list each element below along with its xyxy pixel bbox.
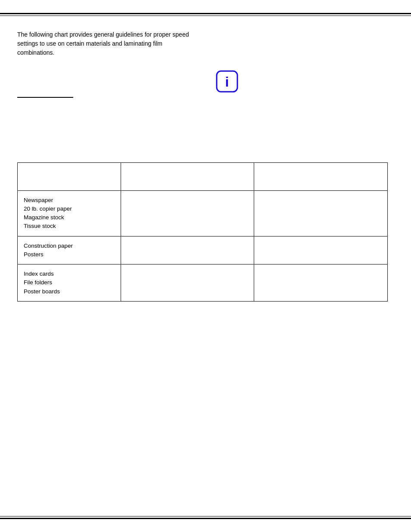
- table-row: Newspaper 20 lb. copier paper Magazine s…: [18, 190, 388, 236]
- table-cell-row1-col1: Newspaper 20 lb. copier paper Magazine s…: [18, 190, 121, 236]
- top-border-thick: [0, 13, 411, 14]
- table-header-row: [18, 162, 388, 190]
- intro-paragraph: The following chart provides general gui…: [17, 30, 198, 57]
- table-cell-row3-col3: [254, 264, 388, 302]
- table-cell-row1-col3: [254, 190, 388, 236]
- table-cell-row2-col3: [254, 236, 388, 264]
- header-col3: [254, 162, 388, 190]
- spacer: [17, 115, 394, 158]
- header-col1: [18, 162, 121, 190]
- info-icon-container: i: [60, 70, 394, 93]
- info-icon: i: [216, 70, 238, 93]
- table-cell-row2-col2: [121, 236, 254, 264]
- top-border-thin: [0, 16, 411, 16]
- underline-rule: [17, 97, 73, 98]
- speed-settings-table: Newspaper 20 lb. copier paper Magazine s…: [17, 162, 388, 302]
- bottom-border-thin: [0, 516, 411, 516]
- table-cell-row3-col2: [121, 264, 254, 302]
- table-cell-row1-col2: [121, 190, 254, 236]
- table-cell-row2-col1: Construction paper Posters: [18, 236, 121, 264]
- table-cell-row3-col1: Index cards File folders Poster boards: [18, 264, 121, 302]
- table-row: Construction paper Posters: [18, 236, 388, 264]
- bottom-border-thick: [0, 518, 411, 519]
- header-col2: [121, 162, 254, 190]
- table-row: Index cards File folders Poster boards: [18, 264, 388, 302]
- svg-text:i: i: [225, 74, 229, 90]
